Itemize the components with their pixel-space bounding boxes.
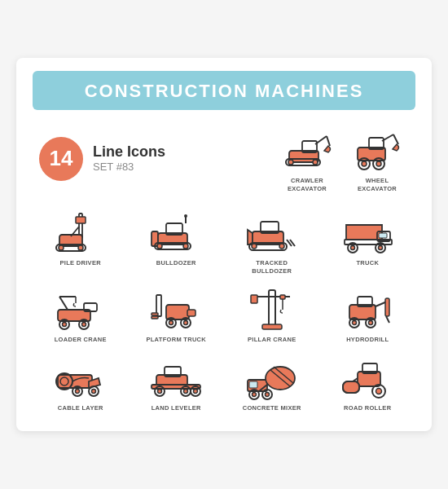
line-icons-text: Line Icons SET #83 <box>93 144 165 173</box>
icon-svg-loader-crane <box>52 285 109 334</box>
icon-svg-pile-driver <box>52 209 109 258</box>
svg-rect-56 <box>152 316 158 319</box>
svg-rect-65 <box>251 295 257 303</box>
svg-point-61 <box>184 320 188 324</box>
svg-rect-68 <box>262 324 282 329</box>
svg-point-36 <box>279 244 284 249</box>
card: CONSTRUCTION MACHINES 14 Line Icons SET … <box>16 58 432 432</box>
svg-point-19 <box>59 245 64 250</box>
icon-svg-truck <box>339 209 396 258</box>
svg-point-50 <box>62 322 66 326</box>
svg-rect-72 <box>385 298 389 316</box>
svg-point-20 <box>78 245 83 250</box>
svg-point-12 <box>362 161 367 166</box>
icon-label-truck: TRUCK <box>356 259 379 267</box>
svg-point-14 <box>376 161 381 166</box>
icon-label-road-roller: ROAD ROLLER <box>344 404 391 412</box>
svg-line-2 <box>315 136 327 144</box>
svg-point-43 <box>379 246 383 250</box>
icon-svg-road-roller <box>339 354 396 403</box>
svg-point-102 <box>265 392 269 396</box>
svg-point-100 <box>252 392 256 396</box>
icon-label-bulldozer: BULLDOZER <box>156 259 196 267</box>
icon-svg-crawler-excavator <box>279 126 336 175</box>
icon-label-wheel-excavator: WHEELEXCAVATOR <box>358 177 397 193</box>
icon-svg-concrete-mixer <box>244 354 301 403</box>
number-badge: 14 <box>39 137 83 181</box>
icon-item-loader-crane: LOADER CRANE <box>33 280 129 347</box>
icon-label-cable-layer: CABLE LAYER <box>58 404 103 412</box>
icon-svg-platform-truck <box>147 285 204 334</box>
icon-svg-pillar-crane <box>244 285 301 334</box>
header-banner: CONSTRUCTION MACHINES <box>33 71 415 110</box>
svg-point-35 <box>252 244 257 249</box>
icon-item-truck: TRUCK <box>320 204 416 279</box>
icon-label-land-leveler: LAND LEVELER <box>152 404 201 412</box>
svg-rect-62 <box>269 290 275 328</box>
svg-point-81 <box>75 389 79 393</box>
svg-rect-66 <box>280 295 285 299</box>
svg-line-3 <box>327 136 330 146</box>
icon-item-pile-driver: PILE DRIVER <box>33 204 129 279</box>
icon-label-loader-crane: LOADER CRANE <box>55 336 107 344</box>
svg-rect-94 <box>249 381 257 388</box>
icon-label-platform-truck: PLATFORM TRUCK <box>146 336 206 344</box>
svg-point-52 <box>81 322 86 326</box>
svg-point-88 <box>158 389 162 393</box>
svg-point-5 <box>288 160 293 165</box>
icon-svg-land-leveler <box>147 354 204 403</box>
icon-item-bulldozer: BULLDOZER <box>129 204 225 279</box>
svg-point-59 <box>169 320 173 324</box>
icon-label-concrete-mixer: CONCRETE MIXER <box>243 404 301 412</box>
icon-item-land-leveler: LAND LEVELER <box>129 349 225 416</box>
svg-point-90 <box>184 389 188 393</box>
icon-svg-cable-layer <box>52 354 109 403</box>
svg-point-79 <box>60 377 68 385</box>
icon-label-crawler-excavator: CRAWLEREXCAVATOR <box>288 177 327 193</box>
icon-svg-wheel-excavator <box>349 126 406 175</box>
icon-item-concrete-mixer: CONCRETE MIXER <box>224 349 320 416</box>
icon-item-wheel-excavator: WHEELEXCAVATOR <box>345 121 409 196</box>
icon-item-cable-layer: CABLE LAYER <box>33 349 129 416</box>
icon-item-pillar-crane: PILLAR CRANE <box>224 280 320 347</box>
icon-svg-bulldozer <box>147 209 204 258</box>
svg-rect-16 <box>76 217 86 223</box>
svg-point-76 <box>369 320 373 324</box>
icon-item-road-roller: ROAD ROLLER <box>320 349 416 416</box>
svg-rect-38 <box>379 233 387 238</box>
set-label: SET #83 <box>93 161 165 173</box>
icon-svg-tracked-bulldozer <box>244 209 301 258</box>
svg-point-29 <box>183 244 188 249</box>
icon-item-platform-truck: PLATFORM TRUCK <box>129 280 225 347</box>
svg-rect-106 <box>343 381 359 393</box>
icon-svg-hydrodrill <box>339 285 396 334</box>
svg-point-6 <box>313 160 318 165</box>
header-title: CONSTRUCTION MACHINES <box>33 81 415 102</box>
line-icons-label: Line Icons <box>93 144 165 161</box>
svg-point-41 <box>351 246 355 250</box>
svg-rect-55 <box>152 313 158 315</box>
sub-header: 14 Line Icons SET #83 <box>33 121 415 196</box>
svg-point-108 <box>376 388 382 394</box>
icon-label-tracked-bulldozer: TRACKEDBULLDOZER <box>252 259 292 275</box>
svg-rect-57 <box>187 310 195 316</box>
icon-item-crawler-excavator: CRAWLEREXCAVATOR <box>275 121 339 196</box>
icon-label-pillar-crane: PILLAR CRANE <box>248 336 296 344</box>
icon-label-hydrodrill: HYDRODRILL <box>346 336 389 344</box>
svg-point-74 <box>353 320 357 324</box>
svg-line-46 <box>59 297 68 310</box>
svg-point-92 <box>194 389 198 393</box>
icon-item-hydrodrill: HYDRODRILL <box>320 280 416 347</box>
svg-point-28 <box>157 244 162 249</box>
icon-label-pile-driver: PILE DRIVER <box>60 259 101 267</box>
svg-point-26 <box>184 214 187 218</box>
icon-item-tracked-bulldozer: TRACKEDBULLDOZER <box>224 204 320 279</box>
svg-line-10 <box>393 134 398 144</box>
svg-point-83 <box>91 389 95 393</box>
